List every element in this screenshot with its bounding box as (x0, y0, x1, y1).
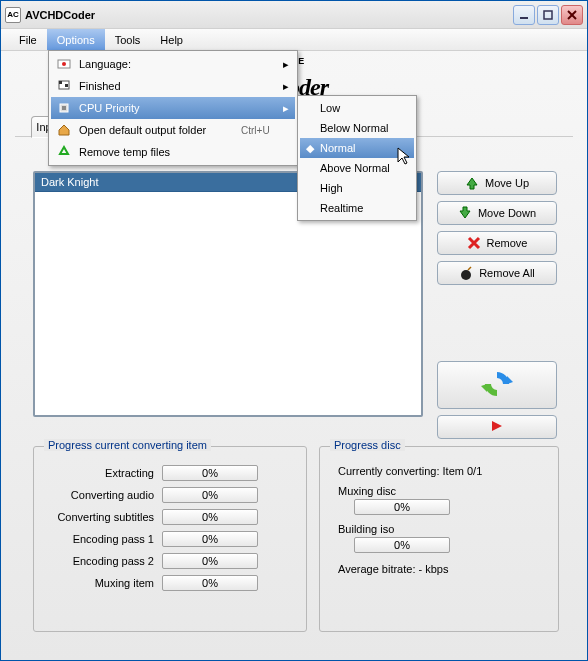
submenu-item-label: Realtime (320, 202, 363, 214)
submenu-item-label: Below Normal (320, 122, 388, 134)
progress-value: 0% (202, 511, 218, 523)
progress-bar: 0% (162, 553, 258, 569)
minimize-button[interactable] (513, 5, 535, 25)
check-mark-icon: ◆ (306, 142, 314, 155)
progress-bar: 0% (162, 575, 258, 591)
submenu-arrow-icon: ▸ (281, 58, 291, 71)
app-window: AC AVCHDCoder File Options Tools Help TO… (0, 0, 588, 661)
svg-rect-12 (62, 106, 66, 110)
play-button[interactable] (437, 415, 557, 439)
cpu-priority-option[interactable]: Above Normal (316, 158, 414, 178)
menu-file[interactable]: File (9, 29, 47, 50)
x-icon (467, 236, 481, 250)
submenu-arrow-icon: ▸ (281, 80, 291, 93)
progress-value: 0% (202, 467, 218, 479)
menu-item-language[interactable]: Language: ▸ (51, 53, 295, 75)
muxing-disc-label: Muxing disc (338, 485, 548, 497)
progress-row: Converting subtitles0% (44, 509, 296, 525)
button-label: Remove All (479, 267, 535, 279)
move-down-button[interactable]: Move Down (437, 201, 557, 225)
submenu-item-label: Low (320, 102, 340, 114)
menu-item-open-output-folder[interactable]: Open default output folder Ctrl+U (51, 119, 295, 141)
arrow-down-icon (458, 206, 472, 220)
progress-label: Converting subtitles (44, 511, 154, 523)
progress-row: Converting audio0% (44, 487, 296, 503)
progress-value: 0% (202, 533, 218, 545)
submenu-item-label: High (320, 182, 343, 194)
menu-item-remove-temp[interactable]: Remove temp files (51, 141, 295, 163)
options-dropdown: Language: ▸ Finished ▸ CPU Priority ▸ Op… (48, 50, 298, 166)
menu-item-label: Finished (79, 80, 275, 92)
submenu-item-label: Above Normal (320, 162, 390, 174)
svg-rect-1 (544, 11, 552, 19)
cpu-priority-option[interactable]: High (316, 178, 414, 198)
cpu-priority-option[interactable]: Below Normal (316, 118, 414, 138)
progress-value: 0% (202, 555, 218, 567)
progress-bar: 0% (162, 531, 258, 547)
svg-line-5 (468, 267, 471, 270)
refresh-button[interactable] (437, 361, 557, 409)
maximize-button[interactable] (537, 5, 559, 25)
progress-value: 0% (202, 489, 218, 501)
progress-label: Encoding pass 2 (44, 555, 154, 567)
muxing-disc-progress: 0% (354, 499, 450, 515)
menu-item-label: CPU Priority (79, 102, 275, 114)
cpu-priority-option[interactable]: Low (316, 98, 414, 118)
menu-item-label: Remove temp files (79, 146, 291, 158)
menu-item-label: Language: (79, 58, 275, 70)
menu-item-finished[interactable]: Finished ▸ (51, 75, 295, 97)
progress-label: Encoding pass 1 (44, 533, 154, 545)
average-bitrate-text: Average bitrate: - kbps (338, 563, 548, 575)
bomb-icon (459, 266, 473, 280)
menu-item-label: Open default output folder (79, 124, 235, 136)
svg-point-7 (62, 62, 66, 66)
submenu-arrow-icon: ▸ (281, 102, 291, 115)
building-iso-progress: 0% (354, 537, 450, 553)
svg-rect-9 (59, 81, 62, 84)
progress-item-group: Progress current converting item Extract… (33, 446, 307, 632)
progress-label: Muxing item (44, 577, 154, 589)
progress-row: Extracting0% (44, 465, 296, 481)
cpu-priority-option[interactable]: ◆Normal (300, 138, 414, 158)
window-title: AVCHDCoder (25, 9, 513, 21)
progress-label: Converting audio (44, 489, 154, 501)
app-icon: AC (5, 7, 21, 23)
progress-row: Muxing item0% (44, 575, 296, 591)
svg-rect-10 (65, 84, 68, 87)
progress-bar: 0% (162, 509, 258, 525)
remove-all-button[interactable]: Remove All (437, 261, 557, 285)
progress-row: Encoding pass 10% (44, 531, 296, 547)
menu-tools[interactable]: Tools (105, 29, 151, 50)
move-up-button[interactable]: Move Up (437, 171, 557, 195)
cpu-priority-option[interactable]: Realtime (316, 198, 414, 218)
button-label: Remove (487, 237, 528, 249)
home-icon (55, 121, 73, 139)
fieldset-legend: Progress current converting item (44, 439, 211, 451)
menu-options[interactable]: Options (47, 29, 105, 50)
button-label: Move Down (478, 207, 536, 219)
arrow-up-icon (465, 176, 479, 190)
menubar: File Options Tools Help (1, 29, 587, 51)
submenu-item-label: Normal (320, 142, 355, 154)
menu-help[interactable]: Help (150, 29, 193, 50)
remove-button[interactable]: Remove (437, 231, 557, 255)
cpu-priority-submenu: LowBelow Normal◆NormalAbove NormalHighRe… (297, 95, 417, 221)
progress-label: Extracting (44, 467, 154, 479)
menu-item-shortcut: Ctrl+U (241, 125, 291, 136)
flag-checkered-icon (55, 77, 73, 95)
progress-row: Encoding pass 20% (44, 553, 296, 569)
refresh-icon (479, 366, 515, 404)
menu-item-cpu-priority[interactable]: CPU Priority ▸ (51, 97, 295, 119)
play-icon (490, 420, 504, 434)
building-iso-label: Building iso (338, 523, 548, 535)
progress-value: 0% (202, 577, 218, 589)
cpu-icon (55, 99, 73, 117)
currently-converting-text: Currently converting: Item 0/1 (338, 465, 548, 477)
close-button[interactable] (561, 5, 583, 25)
progress-bar: 0% (162, 465, 258, 481)
progress-disc-group: Progress disc Currently converting: Item… (319, 446, 559, 632)
svg-point-4 (461, 270, 471, 280)
titlebar[interactable]: AC AVCHDCoder (1, 1, 587, 29)
progress-bar: 0% (162, 487, 258, 503)
button-label: Move Up (485, 177, 529, 189)
